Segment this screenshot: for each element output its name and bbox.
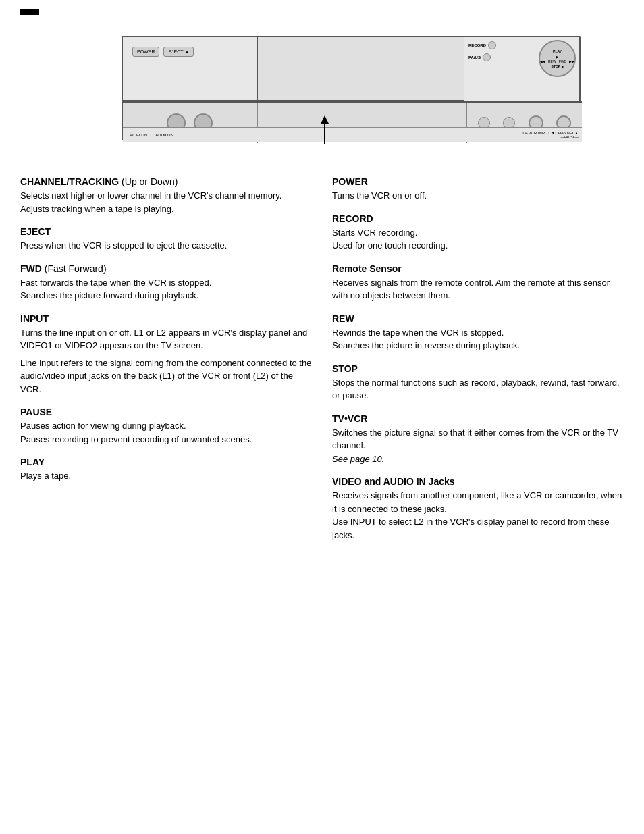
desc-text-eject: Press when the VCR is stopped to eject t… <box>20 239 312 253</box>
vcr-diagram: POWER EJECT ▲ RECORD PA/US <box>20 29 624 164</box>
desc-text-channel-tracking: Adjusts tracking when a tape is playing. <box>20 203 312 216</box>
desc-text-input: Turns the line input on or off. L1 or L2… <box>20 326 312 353</box>
desc-item-stop: STOPStops the normal functions such as r… <box>332 363 624 402</box>
play-circle-button: PLAY ▶ ◀◀ REW FWD ▶▶ STOP ■ <box>539 40 576 77</box>
eject-button-diagram: EJECT ▲ <box>163 47 194 57</box>
desc-title-input: INPUT <box>20 313 312 324</box>
vcr-button-row: POWER EJECT ▲ <box>123 37 257 57</box>
desc-text-channel-tracking: Selects next higher or lower channel in … <box>20 189 312 203</box>
description-area: CHANNEL/TRACKING (Up or Down)Selects nex… <box>20 176 624 552</box>
vcr-front-labels-right: TV·VCR INPUT ▼CHANNEL▲ —PAUSE— <box>522 131 579 139</box>
desc-item-channel-tracking: CHANNEL/TRACKING (Up or Down)Selects nex… <box>20 176 312 215</box>
desc-title-play: PLAY <box>20 457 312 467</box>
desc-title-eject: EJECT <box>20 226 312 237</box>
desc-text-pause: Pauses recording to prevent recording of… <box>20 433 312 446</box>
desc-title-stop: STOP <box>332 363 624 374</box>
vcr-right-panel: RECORD PA/US PLAY ▶ ◀◀ REW FWD <box>464 37 579 101</box>
desc-item-play: PLAYPlays a tape. <box>20 457 312 483</box>
desc-text-rew: Rewinds the tape when the VCR is stopped… <box>332 326 624 340</box>
vcr-tape-slot <box>258 37 467 101</box>
desc-item-input: INPUTTurns the line input on or off. L1 … <box>20 313 312 396</box>
desc-title-rew: REW <box>332 313 624 324</box>
desc-item-pause: PAUSEPauses action for viewing during pl… <box>20 407 312 446</box>
desc-title-power: POWER <box>332 176 624 187</box>
desc-item-tv-vcr: TV•VCRSwitches the picture signal so tha… <box>332 413 624 466</box>
desc-item-remote-sensor: Remote SensorReceives signals from the r… <box>332 263 624 303</box>
desc-text-tv-vcr: See page 10. <box>332 452 624 466</box>
desc-title-record: RECORD <box>332 213 624 224</box>
vcr-left-panel: POWER EJECT ▲ <box>123 37 258 101</box>
desc-text-tv-vcr: Switches the picture signal so that it e… <box>332 426 624 452</box>
desc-text-record: Used for one touch recording. <box>332 239 624 253</box>
desc-text-rew: Searches the picture in reverse during p… <box>332 339 624 353</box>
desc-title-channel-tracking: CHANNEL/TRACKING (Up or Down) <box>20 176 312 187</box>
references-header <box>20 9 39 15</box>
desc-title-remote-sensor: Remote Sensor <box>332 263 624 274</box>
video-in-label: VIDEO IN <box>130 133 147 137</box>
desc-item-power: POWERTurns the VCR on or off. <box>332 176 624 203</box>
desc-title-pause: PAUSE <box>20 407 312 417</box>
desc-item-video-audio: VIDEO and AUDIO IN JacksReceives signals… <box>332 476 624 542</box>
desc-text-input: Line input refers to the signal coming f… <box>20 357 312 396</box>
desc-text-pause: Pauses action for viewing during playbac… <box>20 419 312 433</box>
desc-title-tv-vcr: TV•VCR <box>332 413 624 424</box>
desc-text-video-audio: Receives signals from another component,… <box>332 489 624 515</box>
power-button-diagram: POWER <box>132 47 159 57</box>
vcr-front-labels-left: VIDEO IN AUDIO IN <box>123 133 258 137</box>
desc-text-remote-sensor: Receives signals from the remote control… <box>332 276 624 303</box>
desc-text-play: Plays a tape. <box>20 469 312 483</box>
desc-text-fwd: Fast forwards the tape when the VCR is s… <box>20 276 312 290</box>
vcr-label-strip: VIDEO IN AUDIO IN TV·VCR INPUT ▼CHANNEL▲… <box>123 127 582 142</box>
arrow-up-icon <box>321 115 329 124</box>
audio-in-label: AUDIO IN <box>155 133 173 137</box>
desc-text-record: Starts VCR recording. <box>332 226 624 240</box>
desc-text-video-audio: Use INPUT to select L2 in the VCR's disp… <box>332 515 624 542</box>
remote-sensor-arrow <box>321 115 329 147</box>
desc-item-fwd: FWD (Fast Forward)Fast forwards the tape… <box>20 263 312 303</box>
desc-text-fwd: Searches the picture forward during play… <box>20 289 312 303</box>
desc-item-eject: EJECTPress when the VCR is stopped to ej… <box>20 226 312 253</box>
vcr-body: POWER EJECT ▲ RECORD PA/US <box>122 36 581 140</box>
arrow-line <box>324 124 325 144</box>
desc-text-stop: Stops the normal functions such as recor… <box>332 376 624 402</box>
desc-title-fwd: FWD (Fast Forward) <box>20 263 312 274</box>
vcr-bottom-panel: VIDEO IN AUDIO IN TV·VCR INPUT ▼CHANNEL▲… <box>123 101 582 142</box>
desc-right-col: POWERTurns the VCR on or off.RECORDStart… <box>332 176 624 552</box>
desc-item-record: RECORDStarts VCR recording.Used for one … <box>332 213 624 253</box>
desc-text-power: Turns the VCR on or off. <box>332 189 624 203</box>
desc-left-col: CHANNEL/TRACKING (Up or Down)Selects nex… <box>20 176 312 552</box>
desc-title-video-audio: VIDEO and AUDIO IN Jacks <box>332 476 624 487</box>
desc-item-rew: REWRewinds the tape when the VCR is stop… <box>332 313 624 353</box>
